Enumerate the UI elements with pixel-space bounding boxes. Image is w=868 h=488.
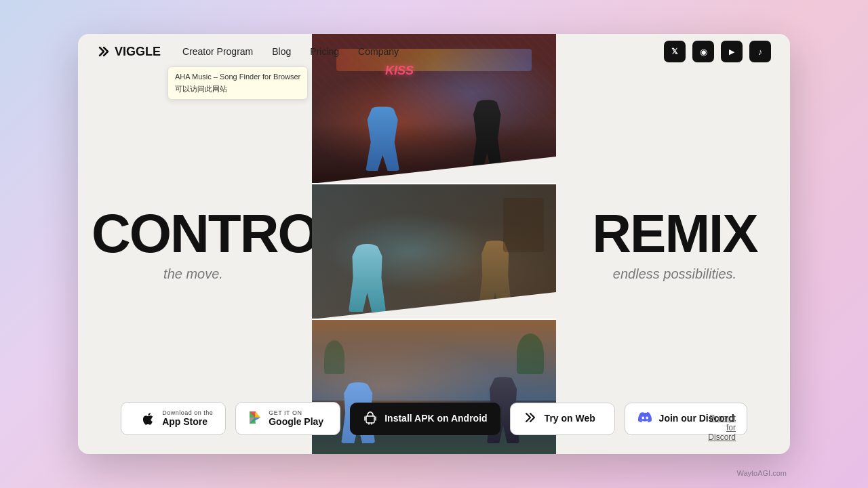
try-web-text: Try on Web xyxy=(545,413,595,424)
hero-left: CONTROL the move. xyxy=(78,207,309,282)
nav-company[interactable]: Company xyxy=(358,46,399,57)
play-store-icon xyxy=(248,411,262,427)
viggle-web-icon xyxy=(523,410,538,428)
app-store-text: Download on the App Store xyxy=(162,409,213,428)
android-icon xyxy=(363,410,378,428)
crowd-shadow xyxy=(312,123,556,183)
page-watermark: WaytoAGI.com xyxy=(736,469,787,477)
discord-icon xyxy=(637,410,652,428)
install-apk-text: Install APK on Android xyxy=(384,413,487,424)
apple-logo-icon xyxy=(140,411,155,426)
logo[interactable]: VIGGLE xyxy=(97,45,161,59)
main-window: VIGGLE Creator Program Blog Pricing Comp… xyxy=(78,34,790,454)
cta-bar: Download on the App Store GET IT ON Goog… xyxy=(78,402,790,435)
hero-sub-control: the move. xyxy=(92,266,295,282)
google-play-text: GET IT ON Google Play xyxy=(269,409,323,428)
hero-word-remix: REMIX xyxy=(573,207,776,261)
tree xyxy=(517,333,544,374)
svg-marker-3 xyxy=(255,411,260,418)
try-web-button[interactable]: Try on Web xyxy=(510,403,615,435)
app-store-button[interactable]: Download on the App Store xyxy=(121,402,226,435)
social-links: 𝕏 ◉ ▶ ♪ xyxy=(664,41,771,62)
hero-sub-remix: endless possibilities. xyxy=(573,266,776,282)
tree-2 xyxy=(324,340,344,374)
scene-indoor xyxy=(312,184,556,319)
hero-word-control: CONTROL xyxy=(92,207,295,261)
bg-shelf xyxy=(503,198,544,252)
nav-pricing[interactable]: Pricing xyxy=(310,46,339,57)
nav-blog[interactable]: Blog xyxy=(272,46,291,57)
film-strip: KISS xyxy=(312,34,556,454)
tiktok-button[interactable]: ♪ xyxy=(749,41,771,62)
hero-right: REMIX endless possibilities. xyxy=(559,207,790,282)
film-panel-2 xyxy=(312,183,556,319)
install-apk-button[interactable]: Install APK on Android xyxy=(350,403,500,435)
twitter-x-button[interactable]: 𝕏 xyxy=(664,41,686,62)
nav-creator-program[interactable]: Creator Program xyxy=(182,46,253,57)
navigation: VIGGLE Creator Program Blog Pricing Comp… xyxy=(78,34,790,69)
discord-prompt-link[interactable]: Prompt for Discord xyxy=(708,413,736,442)
instagram-button[interactable]: ◉ xyxy=(692,41,714,62)
tooltip: AHA Music – Song Finder for Browser 可以访问… xyxy=(167,66,308,100)
google-play-button[interactable]: GET IT ON Google Play xyxy=(235,402,340,435)
nav-links: Creator Program Blog Pricing Company xyxy=(182,46,664,57)
youtube-button[interactable]: ▶ xyxy=(721,41,743,62)
